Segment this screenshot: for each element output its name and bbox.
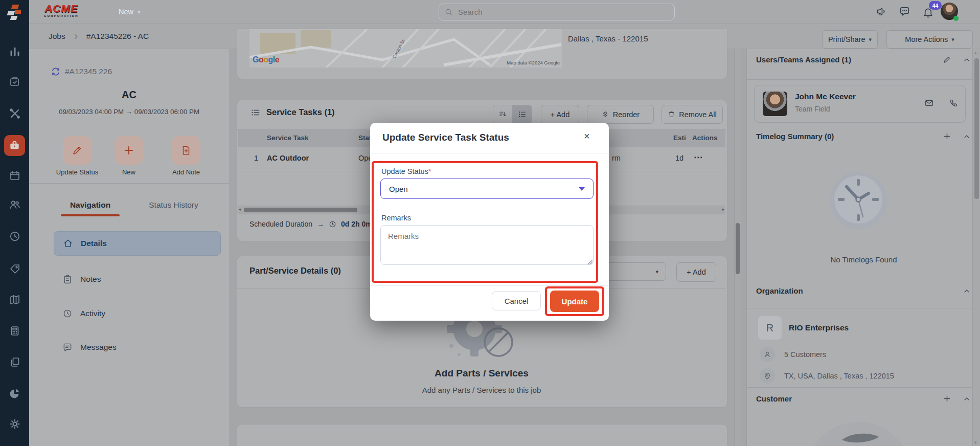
collapse-chevron-icon[interactable] bbox=[963, 56, 971, 64]
scroll-right-arrow[interactable]: ▸ bbox=[722, 207, 724, 212]
sidebar-item-details[interactable]: Details bbox=[54, 231, 221, 256]
org-customers: 5 Customers bbox=[784, 350, 826, 359]
modal-close-button[interactable]: × bbox=[584, 130, 590, 142]
global-search[interactable] bbox=[439, 4, 675, 20]
job-id: #A12345 226 bbox=[65, 67, 112, 76]
sidebar-item-notes[interactable]: Notes bbox=[54, 269, 221, 289]
update-label: Update bbox=[562, 297, 588, 306]
phone-icon[interactable] bbox=[949, 98, 959, 108]
main-scroll-thumb[interactable] bbox=[736, 223, 740, 274]
organization-title: Organization bbox=[756, 286, 803, 295]
quick-action-new[interactable]: New bbox=[115, 136, 143, 176]
tools-icon[interactable] bbox=[9, 107, 21, 120]
jobs-board-icon[interactable] bbox=[9, 76, 21, 88]
sort-view-button[interactable] bbox=[493, 105, 512, 123]
add-customer-icon[interactable] bbox=[943, 394, 951, 403]
status-select[interactable]: Open bbox=[380, 179, 594, 199]
company-logo: ACME CORPORATION bbox=[44, 3, 79, 18]
view-toggle-group bbox=[493, 105, 532, 124]
users-icon[interactable] bbox=[9, 198, 21, 211]
zuper-logo[interactable] bbox=[6, 4, 23, 21]
update-button[interactable]: Update bbox=[550, 291, 599, 312]
row-more-menu[interactable]: ⋯ bbox=[694, 152, 702, 163]
pie-chart-icon[interactable] bbox=[9, 387, 21, 399]
breadcrumb-root[interactable]: Jobs bbox=[49, 32, 65, 41]
timesheet-clock-icon[interactable] bbox=[9, 230, 21, 242]
remarks-textarea[interactable] bbox=[380, 225, 594, 265]
chevron-down-icon: ▾ bbox=[869, 36, 872, 43]
print-share-button[interactable]: Print/Share ▾ bbox=[822, 30, 878, 49]
company-logo-top: ACME bbox=[44, 3, 79, 14]
recurrence-icon[interactable] bbox=[51, 67, 60, 76]
reorder-button[interactable]: Reorder bbox=[587, 105, 654, 124]
calculator-icon[interactable] bbox=[9, 325, 21, 337]
breadcrumb: Jobs #A12345226 - AC bbox=[49, 24, 149, 49]
tab-status-history[interactable]: Status History bbox=[139, 200, 208, 210]
list-view-button[interactable] bbox=[512, 105, 532, 123]
add-part-label: + Add bbox=[687, 268, 706, 276]
tab-navigation[interactable]: Navigation bbox=[61, 200, 120, 216]
search-icon bbox=[444, 8, 453, 16]
update-status-modal: Update Service Task Status × Update Stat… bbox=[370, 123, 609, 321]
scroll-left-arrow[interactable]: ◂ bbox=[239, 207, 241, 212]
company-logo-bottom: CORPORATION bbox=[44, 14, 79, 18]
tag-icon[interactable] bbox=[9, 263, 21, 275]
remove-all-button[interactable]: Remove All bbox=[662, 105, 723, 124]
resize-handle-icon[interactable] bbox=[587, 259, 593, 265]
announcements-icon[interactable] bbox=[875, 6, 887, 17]
map-icon[interactable] bbox=[9, 294, 21, 306]
chevron-down-icon: ▾ bbox=[951, 36, 954, 43]
org-avatar-initial: R bbox=[766, 322, 773, 334]
quick-action-add-note[interactable]: Add Note bbox=[172, 136, 200, 176]
add-timelog-icon[interactable] bbox=[943, 132, 951, 141]
duration-clock-icon bbox=[329, 220, 336, 228]
calendar-icon[interactable] bbox=[9, 169, 21, 182]
jobs-active-tile[interactable] bbox=[4, 135, 25, 156]
add-part-button[interactable]: + Add bbox=[676, 262, 716, 282]
panel-v-scrollbar[interactable]: ▴ ▾ bbox=[972, 49, 980, 446]
sidebar-item-activity[interactable]: Activity bbox=[54, 303, 221, 324]
more-actions-label: More Actions bbox=[905, 35, 948, 43]
panel-scroll-thumb[interactable] bbox=[974, 58, 979, 199]
dashboard-icon[interactable] bbox=[9, 46, 21, 58]
search-input[interactable] bbox=[457, 7, 653, 17]
scroll-down-arrow[interactable]: ▾ bbox=[974, 440, 977, 445]
edit-pencil-icon[interactable] bbox=[943, 55, 951, 64]
org-name: RIO Enterprises bbox=[789, 323, 849, 332]
chat-icon[interactable] bbox=[899, 6, 910, 17]
tab-label: Status History bbox=[139, 200, 208, 210]
select-caret-icon bbox=[579, 187, 585, 191]
settings-gear-icon[interactable] bbox=[9, 418, 21, 430]
collapse-chevron-icon[interactable] bbox=[963, 395, 971, 403]
scroll-up-arrow[interactable]: ▴ bbox=[974, 50, 977, 55]
sidebar-item-label: Notes bbox=[80, 275, 101, 284]
scheduled-duration-value: 0d 2h 0m bbox=[341, 220, 372, 228]
print-share-label: Print/Share bbox=[828, 35, 865, 43]
quick-action-label: Update Status bbox=[49, 168, 105, 176]
new-menu[interactable]: New ▾ bbox=[119, 0, 141, 24]
online-status-dot bbox=[953, 16, 959, 21]
cancel-label: Cancel bbox=[505, 297, 529, 305]
task-col-fragment: rm bbox=[612, 154, 621, 162]
documents-icon[interactable] bbox=[9, 356, 21, 368]
quick-action-label: Add Note bbox=[172, 168, 200, 176]
email-icon[interactable] bbox=[924, 98, 934, 108]
collapse-chevron-icon[interactable] bbox=[963, 287, 971, 295]
add-task-button[interactable]: + Add bbox=[541, 105, 579, 124]
collapse-chevron-icon[interactable] bbox=[963, 132, 971, 141]
h-scroll-thumb[interactable] bbox=[244, 208, 357, 212]
cancel-button[interactable]: Cancel bbox=[492, 291, 541, 310]
job-side-panel: #A12345 226 AC 09/03/2023 04:00 PM → 09/… bbox=[29, 49, 230, 446]
sidebar-item-messages[interactable]: Messages bbox=[54, 337, 221, 358]
main-v-scrollbar[interactable] bbox=[734, 49, 741, 446]
map-view[interactable]: Canton St Google Map data ©2024 Google bbox=[249, 29, 562, 68]
reorder-label: Reorder bbox=[613, 110, 640, 119]
quick-action-update-status[interactable]: Update Status bbox=[63, 136, 92, 176]
job-location-text: Dallas , Texas - 122015 bbox=[568, 34, 648, 43]
task-name: AC Outdoor bbox=[267, 154, 309, 162]
map-attribution: Map data ©2024 Google bbox=[507, 60, 560, 65]
org-address-row: TX, USA, Dallas , Texas , 122015 bbox=[760, 368, 894, 384]
users-teams-title: Users/Teams Assigned (1) bbox=[756, 55, 851, 64]
more-actions-button[interactable]: More Actions ▾ bbox=[886, 30, 973, 49]
timelog-title: Timelog Summary (0) bbox=[756, 132, 834, 141]
